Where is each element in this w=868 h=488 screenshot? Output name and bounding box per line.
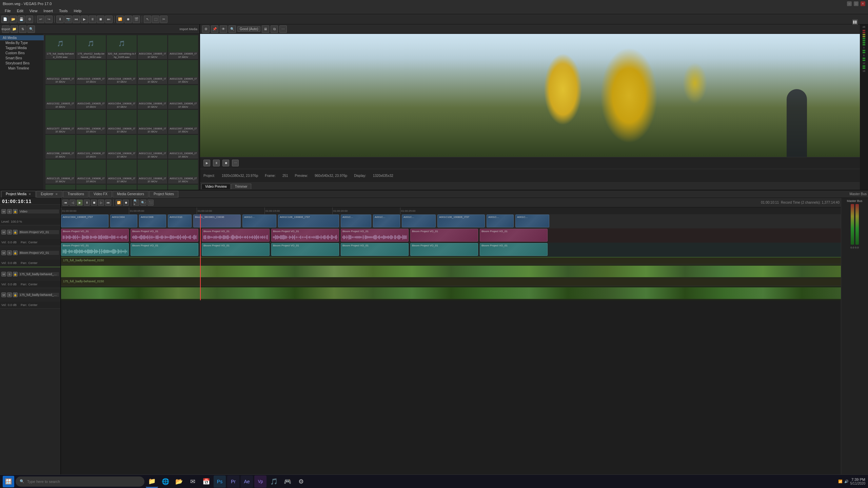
thumb-a001c127[interactable]: A001C127_190806_I737.MOV xyxy=(107,185,137,190)
clip-a001c-9[interactable]: A001C... xyxy=(402,215,436,227)
thumb-a001c098[interactable]: A001C098_190806_I737.MOV xyxy=(45,135,75,159)
open-button[interactable]: 📂 xyxy=(9,16,17,23)
audio1-clip-4[interactable]: Bloom Project VO_01 xyxy=(271,229,339,242)
new-button[interactable]: 📄 xyxy=(1,16,9,23)
track-mute-audio1[interactable]: M xyxy=(1,230,6,235)
track-mute-video[interactable]: M xyxy=(1,209,6,214)
thumb-a001c092[interactable]: A001C092_190806_I737.MOV xyxy=(107,110,137,134)
thumb-a001c006[interactable]: A001C006_190805_I737.MOV xyxy=(168,35,198,59)
track-solo-audio2[interactable]: S xyxy=(7,250,12,255)
thumb-a001c025[interactable]: A001C025_190805_I737.MOV xyxy=(138,60,167,84)
audio1-clip-1[interactable]: Bloom Project VO_01 xyxy=(61,229,129,242)
clock[interactable]: 7:39 PM 5/11/2020 xyxy=(850,477,866,485)
thumb-a001c129[interactable]: A001C129_190806_I737.MOV xyxy=(138,185,167,190)
minimize-button[interactable]: – xyxy=(847,1,852,6)
preview-view-button[interactable]: 👁 xyxy=(220,25,227,33)
thumb-a001c065[interactable]: A001C065_190806_I737.MOV xyxy=(168,85,198,109)
thumb-bloom-vo[interactable]: 🎵 Bloom Project VO_01.wav xyxy=(168,185,198,190)
stop-button[interactable]: ⏹ xyxy=(97,16,104,23)
taskbar-edge[interactable]: 🌐 xyxy=(159,475,172,488)
tree-item-media-by-type[interactable]: Media By Type xyxy=(0,40,44,45)
taskbar-calendar[interactable]: 📅 xyxy=(200,475,212,488)
rewind-button[interactable]: ⏮ xyxy=(73,16,80,23)
track-mute-audio2[interactable]: M xyxy=(1,250,6,255)
clip-a001c010[interactable]: A001C010 xyxy=(168,215,192,227)
thumb-175-full[interactable]: 🎵 175_full_badly-behaved_0150.wav xyxy=(45,35,75,59)
loop-region-button[interactable]: 🔁 xyxy=(116,200,122,206)
thumb-a001c123[interactable]: A001C123_190806_I737.MOV xyxy=(168,160,198,183)
audio2-clip-1[interactable]: Bloom Project VO_01 xyxy=(61,243,129,256)
menu-tools[interactable]: Tools xyxy=(56,8,71,14)
media-import-button[interactable]: Import xyxy=(2,25,9,33)
save-button[interactable]: 💾 xyxy=(18,16,25,23)
track-solo-audio1[interactable]: S xyxy=(7,230,12,235)
tab-explorer-close[interactable]: ✕ xyxy=(55,192,58,196)
tree-item-storyboard-bins[interactable]: Storyboard Bins xyxy=(0,61,44,66)
undo-button[interactable]: ↩ xyxy=(37,16,44,23)
track-solo-bg2[interactable]: S xyxy=(7,292,12,297)
tree-item-smart-bins[interactable]: Smart Bins xyxy=(0,56,44,61)
thumb-a001c113[interactable]: A001C113_190806_I737.MOV xyxy=(168,135,198,159)
search-input[interactable] xyxy=(27,480,140,484)
track-mute-bg1[interactable]: M xyxy=(1,272,6,277)
clip-a001c004-1[interactable]: A001C004_190805_I737 xyxy=(61,215,108,227)
track-mute-bg2[interactable]: M xyxy=(1,292,6,297)
thumb-a001c045[interactable]: A001C045_190805_I737.MOV xyxy=(76,85,106,109)
tab-project-media[interactable]: Project Media ✕ xyxy=(1,191,36,198)
media-view-button[interactable]: 📁 xyxy=(11,25,18,33)
pause-button[interactable]: ⏸ xyxy=(89,16,96,23)
menu-file[interactable]: File xyxy=(2,8,14,14)
thumb-a001c015[interactable]: A001C015_190805_I737.MOV xyxy=(76,60,106,84)
taskbar-premiere[interactable]: Pr xyxy=(227,475,239,488)
tree-item-custom-bins[interactable]: Custom Bins xyxy=(0,50,44,56)
thumb-320-full[interactable]: 🎵 320_full_something-is-fhy_0165.wav xyxy=(107,35,137,59)
preview-ext-button[interactable]: 🖥 xyxy=(262,25,269,33)
tab-media-generators[interactable]: Media Generators xyxy=(113,191,149,198)
taskbar-photoshop[interactable]: Ps xyxy=(214,475,226,488)
audio1-clip-2[interactable]: Bloom Project VO_01 xyxy=(131,229,198,242)
clip-a001c006[interactable]: A001C006 xyxy=(139,215,166,227)
thumb-a001c124[interactable]: A001C124_190806_I737.MOV xyxy=(45,185,75,190)
transport-next-frame[interactable]: ▷ xyxy=(98,200,104,206)
render-button[interactable]: 🎬 xyxy=(133,16,140,23)
transport-play[interactable]: ▶ xyxy=(77,200,83,206)
record-button-tl[interactable]: ⏺ xyxy=(123,200,129,206)
redo-button[interactable]: ↪ xyxy=(45,16,53,23)
track-solo-bg1[interactable]: S xyxy=(7,272,12,277)
record-button[interactable]: ⏺ xyxy=(124,16,132,23)
transport-prev-frame[interactable]: ◁ xyxy=(70,200,76,206)
preview-stop-button[interactable]: ⏹ xyxy=(222,160,229,166)
menu-edit[interactable]: Edit xyxy=(14,8,26,14)
tab-video-fx[interactable]: Video FX xyxy=(89,191,112,198)
transport-pause[interactable]: ⏸ xyxy=(84,200,90,206)
thumb-a001c097[interactable]: A001C097_190806_I737.MOV xyxy=(168,110,198,134)
track-solo-video[interactable]: S xyxy=(7,209,12,214)
track-lock-video[interactable]: 🔒 xyxy=(13,209,18,214)
audio1-clip-5[interactable]: Bloom Project VO_01 xyxy=(341,229,409,242)
maximize-button[interactable]: □ xyxy=(854,1,859,6)
level-meter-button[interactable]: ▊▊ xyxy=(852,19,858,25)
thumb-a001c081[interactable]: A001C081_190806_I737.MOV xyxy=(76,110,106,134)
taskbar-app-2[interactable]: 🎮 xyxy=(281,475,294,488)
transport-stop[interactable]: ⏹ xyxy=(91,200,97,206)
thumb-a001c032[interactable]: A001C032_190805_I737.MOV xyxy=(45,85,75,109)
preview-settings-button[interactable]: ⚙ xyxy=(202,25,210,33)
preview-pause-button[interactable]: ⏸ xyxy=(213,160,220,166)
preview-more-button[interactable]: ⋯ xyxy=(279,25,287,33)
audio2-clip-7[interactable]: Bloom Project VO_01 xyxy=(480,243,548,256)
tab-transitions[interactable]: Transitions xyxy=(63,191,88,198)
preview-loop-button[interactable]: ⋯ xyxy=(232,160,239,166)
preview-split-button[interactable]: ⧉ xyxy=(271,25,278,33)
zoom-out-button[interactable]: 🔍- xyxy=(140,200,146,206)
taskbar-folder[interactable]: 📂 xyxy=(173,475,185,488)
thumb-a001c118[interactable]: A001C118_190806_I737.MOV xyxy=(76,160,106,183)
audio2-clip-2[interactable]: Bloom Project VO_01 xyxy=(131,243,198,256)
thumb-a001c077[interactable]: A001C077_190806_I737.MOV xyxy=(45,110,75,134)
loop-button[interactable]: 🔁 xyxy=(116,16,124,23)
preview-snap-button[interactable]: 📌 xyxy=(211,25,218,33)
clip-a001c-8[interactable]: A001C... xyxy=(373,215,400,227)
taskbar-file-explorer[interactable]: 📁 xyxy=(146,475,158,488)
settings-button[interactable]: ⚙ xyxy=(26,16,33,23)
start-button[interactable]: 🪟 xyxy=(3,476,14,487)
taskbar-app-3[interactable]: ⚙ xyxy=(295,475,307,488)
